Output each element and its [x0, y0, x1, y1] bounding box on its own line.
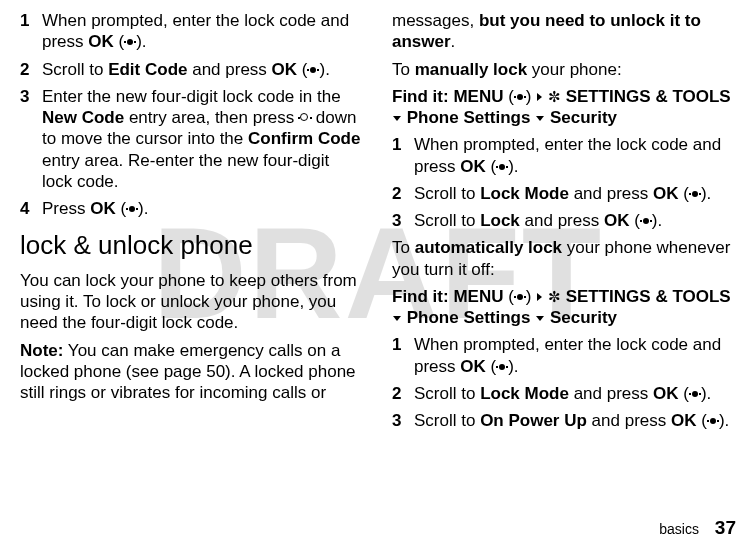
step-number: 4 [20, 198, 42, 219]
edit-code-label: Edit Code [108, 60, 187, 79]
step-2: 2 Scroll to Edit Code and press OK (). [20, 59, 364, 80]
ok-label: OK [460, 357, 486, 376]
center-key-icon [689, 388, 701, 400]
step-number: 1 [20, 10, 42, 53]
section-heading: lock & unlock phone [20, 229, 364, 262]
ok-label: OK [88, 32, 114, 51]
tools-icon: ✼ [548, 288, 561, 307]
step-3: 3 Enter the new four-digit lock code in … [20, 86, 364, 192]
find-it-path: Find it: MENU () ✼ SETTINGS & TOOLS Phon… [392, 86, 736, 129]
text: and press [587, 411, 671, 430]
center-key-icon [307, 64, 319, 76]
bold-text: manually lock [415, 60, 527, 79]
menu-label: MENU [453, 287, 503, 306]
step-number: 1 [392, 134, 414, 177]
paren: ( [486, 357, 496, 376]
step-number: 2 [392, 183, 414, 204]
paren: ). [138, 199, 148, 218]
paren: ( [114, 32, 124, 51]
arrow-down-icon [393, 316, 401, 321]
lock-mode-label: Lock Mode [480, 384, 569, 403]
text: . [451, 32, 456, 51]
text: Scroll to [414, 184, 480, 203]
find-it-label: Find it: [392, 87, 453, 106]
tools-icon: ✼ [548, 88, 561, 107]
step-text: Scroll to Lock Mode and press OK (). [414, 183, 736, 204]
center-key-icon [126, 203, 138, 215]
step-text: When prompted, enter the lock code and p… [414, 134, 736, 177]
ok-label: OK [653, 384, 679, 403]
step-number: 1 [392, 334, 414, 377]
step-3: 3 Scroll to Lock and press OK (). [392, 210, 736, 231]
center-key-icon [124, 36, 136, 48]
text: your phone: [527, 60, 622, 79]
text: Scroll to [414, 211, 480, 230]
step-number: 3 [20, 86, 42, 192]
settings-tools-label: SETTINGS & TOOLS [561, 87, 731, 106]
paren: ( [696, 411, 706, 430]
new-code-label: New Code [42, 108, 124, 127]
text: and press [187, 60, 271, 79]
paragraph: To automatically lock your phone wheneve… [392, 237, 736, 280]
lock-mode-label: Lock Mode [480, 184, 569, 203]
note-label: Note: [20, 341, 63, 360]
phone-settings-label: Phone Settings [402, 108, 535, 127]
text: Enter the new four-digit lock code in th… [42, 87, 341, 106]
center-key-icon [496, 161, 508, 173]
step-text: When prompted, enter the lock code and p… [414, 334, 736, 377]
center-key-icon [514, 291, 526, 303]
center-key-icon [707, 415, 719, 427]
text: You can make emergency calls on a locked… [20, 341, 356, 403]
paren: ). [701, 384, 711, 403]
paren: ). [136, 32, 146, 51]
step-3: 3 Scroll to On Power Up and press OK (). [392, 410, 736, 431]
paren: ( [297, 60, 307, 79]
center-key-icon [640, 215, 652, 227]
text: Scroll to [414, 411, 480, 430]
step-1: 1 When prompted, enter the lock code and… [392, 334, 736, 377]
security-label: Security [545, 308, 617, 327]
paren: ). [719, 411, 729, 430]
ok-label: OK [604, 211, 630, 230]
paren: ). [701, 184, 711, 203]
step-text: Press OK (). [42, 198, 364, 219]
paren: ( [503, 287, 513, 306]
ok-label: OK [90, 199, 116, 218]
step-number: 2 [20, 59, 42, 80]
step-1: 1 When prompted, enter the lock code and… [392, 134, 736, 177]
step-4: 4 Press OK (). [20, 198, 364, 219]
text: Scroll to [414, 384, 480, 403]
paren: ). [652, 211, 662, 230]
step-text: Scroll to Lock and press OK (). [414, 210, 736, 231]
security-label: Security [545, 108, 617, 127]
paren: ( [116, 199, 126, 218]
center-key-icon [496, 361, 508, 373]
bold-text: automatically lock [415, 238, 562, 257]
confirm-code-label: Confirm Code [248, 129, 360, 148]
paren: ( [679, 184, 689, 203]
find-it-path: Find it: MENU () ✼ SETTINGS & TOOLS Phon… [392, 286, 736, 329]
ok-label: OK [272, 60, 298, 79]
center-key-icon [689, 188, 701, 200]
step-2: 2 Scroll to Lock Mode and press OK (). [392, 383, 736, 404]
paragraph: To manually lock your phone: [392, 59, 736, 80]
right-column: messages, but you need to unlock it to a… [392, 10, 736, 437]
paren: ) [526, 287, 536, 306]
step-number: 3 [392, 410, 414, 431]
paragraph: Note: You can make emergency calls on a … [20, 340, 364, 404]
arrow-down-icon [536, 316, 544, 321]
lock-label: Lock [480, 211, 520, 230]
step-2: 2 Scroll to Lock Mode and press OK (). [392, 183, 736, 204]
text: messages, [392, 11, 479, 30]
ok-label: OK [653, 184, 679, 203]
arrow-right-icon [537, 93, 542, 101]
text: To [392, 60, 415, 79]
paren: ). [319, 60, 329, 79]
paren: ) [526, 87, 536, 106]
text: entry area. Re-enter the new four-digit … [42, 151, 329, 191]
step-number: 2 [392, 383, 414, 404]
step-number: 3 [392, 210, 414, 231]
ok-label: OK [460, 157, 486, 176]
paren: ( [629, 211, 639, 230]
text: To [392, 238, 415, 257]
